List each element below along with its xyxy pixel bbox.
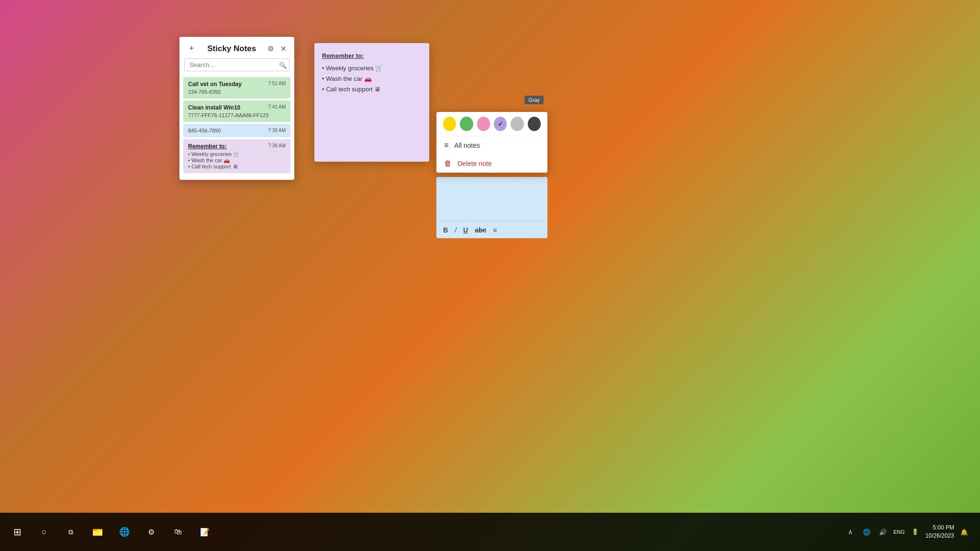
cortana-button[interactable]: ○: [32, 513, 56, 551]
speaker-icon[interactable]: 🔊: [877, 526, 889, 538]
sticky-notes-taskbar-button[interactable]: 📝: [192, 513, 217, 551]
taskbar-clock[interactable]: 5:00 PM 10/26/2023: [925, 524, 954, 540]
note-content: Remember to: • Weekly groceries 🛒 • Wash…: [322, 51, 422, 95]
note-2-time: 7:41 AM: [268, 104, 286, 110]
note-item-4[interactable]: 7:38 AM Remember to: • Weekly groceries …: [183, 139, 290, 173]
search-container: 🔍: [184, 58, 290, 71]
open-note-card[interactable]: Remember to: • Weekly groceries 🛒 • Wash…: [314, 43, 429, 162]
note-item-2[interactable]: 7:41 AM Clean install Win10 7777-FFF76-1…: [183, 100, 290, 122]
color-swatch-gray-dark[interactable]: [528, 117, 541, 131]
sticky-notes-panel: + Sticky Notes ⚙ ✕ 🔍 7:51 AM Call vet on…: [179, 37, 294, 180]
svg-rect-1: [93, 530, 102, 536]
note-line-3: • Call tech support 🖥: [322, 84, 422, 95]
language-icon[interactable]: ENG: [893, 526, 905, 538]
all-notes-icon: ≡: [444, 141, 448, 150]
settings-taskbar-button[interactable]: ⚙: [139, 513, 164, 551]
settings-icon[interactable]: ⚙: [267, 44, 275, 54]
taskbar-right: ∧ 🌐 🔊 ENG 🔋 5:00 PM 10/26/2023 🔔: [844, 524, 975, 540]
note-1-time: 7:51 AM: [268, 81, 286, 86]
file-explorer-button[interactable]: [85, 513, 110, 551]
note-editor[interactable]: B / U abc ≡: [436, 177, 547, 238]
note-4-preview: • Weekly groceries 🛒• Wash the car 🚗• Ca…: [188, 151, 286, 169]
delete-note-label: Delete note: [457, 160, 492, 167]
network-icon[interactable]: 🌐: [860, 526, 873, 538]
panel-header: + Sticky Notes ⚙ ✕: [179, 37, 294, 58]
chevron-up-icon[interactable]: ∧: [844, 526, 857, 538]
all-notes-label: All notes: [454, 142, 480, 149]
search-input[interactable]: [184, 58, 290, 71]
color-row: Gray: [436, 112, 547, 136]
panel-header-icons: ⚙ ✕: [267, 44, 288, 54]
add-note-button[interactable]: +: [186, 43, 197, 55]
note-3-time: 7:38 AM: [268, 128, 286, 133]
note-line-2: • Wash the car 🚗: [322, 74, 422, 84]
taskbar-left: ⊞ ○ ⧉ 🌐 ⚙ 🛍 📝: [5, 513, 217, 551]
taskbar: ⊞ ○ ⧉ 🌐 ⚙ 🛍 📝 ∧ 🌐 🔊 ENG 🔋 5:00 PM 10/26/…: [0, 513, 980, 551]
note-content-header: Remember to:: [322, 51, 422, 61]
color-swatch-purple[interactable]: [494, 117, 507, 131]
close-icon[interactable]: ✕: [279, 44, 288, 54]
notes-list: 7:51 AM Call vet on Tuesday 234-765-8392…: [179, 75, 294, 180]
color-swatch-pink[interactable]: [477, 117, 490, 131]
delete-note-icon: 🗑: [444, 159, 452, 168]
start-button[interactable]: ⊞: [5, 513, 30, 551]
svg-rect-2: [93, 529, 97, 531]
panel-title: Sticky Notes: [207, 44, 256, 54]
task-view-button[interactable]: ⧉: [58, 513, 83, 551]
edge-button[interactable]: 🌐: [112, 513, 137, 551]
notification-icon[interactable]: 🔔: [958, 526, 970, 538]
list-button[interactable]: ≡: [493, 226, 497, 234]
note-item-3[interactable]: 7:38 AM 845-456-7890: [183, 124, 290, 137]
color-swatch-green[interactable]: [460, 117, 473, 131]
color-swatch-gray-light[interactable]: [511, 117, 523, 131]
note-editor-toolbar: B / U abc ≡: [436, 221, 547, 238]
color-swatch-yellow[interactable]: [443, 117, 456, 131]
color-picker-popup: Gray ≡ All notes 🗑 Delete note: [436, 112, 547, 173]
bold-button[interactable]: B: [443, 226, 448, 234]
clock-date: 10/26/2023: [925, 532, 954, 540]
store-button[interactable]: 🛍: [166, 513, 190, 551]
all-notes-menu-item[interactable]: ≡ All notes: [436, 136, 547, 154]
strikethrough-button[interactable]: abc: [475, 226, 486, 234]
search-submit-icon[interactable]: 🔍: [279, 61, 287, 68]
note-4-time: 7:38 AM: [268, 143, 286, 148]
note-2-preview: 7777-FFF76-11177-AAA88-FF123: [188, 112, 286, 118]
battery-icon[interactable]: 🔋: [909, 526, 922, 538]
note-1-preview: 234-765-8392: [188, 89, 286, 95]
note-item-1[interactable]: 7:51 AM Call vet on Tuesday 234-765-8392: [183, 77, 290, 99]
desktop-background: [0, 0, 980, 551]
note-line-1: • Weekly groceries 🛒: [322, 63, 422, 74]
delete-note-menu-item[interactable]: 🗑 Delete note: [436, 154, 547, 173]
italic-button[interactable]: /: [455, 226, 457, 234]
clock-time: 5:00 PM: [925, 524, 954, 532]
underline-button[interactable]: U: [463, 226, 468, 234]
